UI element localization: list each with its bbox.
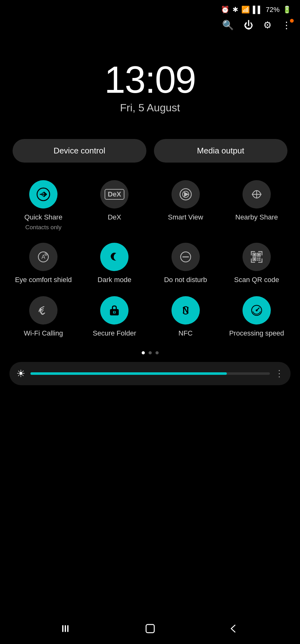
back-button[interactable] bbox=[228, 623, 239, 636]
device-media-row: Device control Media output bbox=[0, 120, 300, 172]
tile-wifi-calling[interactable]: Wi-Fi Calling bbox=[9, 291, 77, 342]
quick-settings-grid: Quick Share Contacts only DeX DeX Smart … bbox=[0, 172, 300, 345]
status-icons: ⏰ ✱ 📶 ▌▌ 72% 🔋 bbox=[221, 6, 291, 14]
svg-rect-25 bbox=[114, 312, 115, 313]
svg-rect-18 bbox=[257, 258, 259, 259]
tile-smart-view[interactable]: Smart View bbox=[152, 175, 220, 235]
svg-rect-29 bbox=[62, 625, 63, 632]
brightness-more-button[interactable]: ⋮ bbox=[275, 368, 284, 379]
nfc-label: NFC bbox=[178, 329, 193, 338]
quick-share-icon bbox=[29, 180, 57, 208]
tile-nfc[interactable]: N NFC bbox=[152, 291, 220, 342]
svg-rect-30 bbox=[65, 625, 66, 632]
settings-button[interactable]: ⚙ bbox=[263, 19, 272, 31]
eye-comfort-icon: A bbox=[29, 243, 57, 271]
dot-2 bbox=[149, 351, 152, 354]
do-not-disturb-label: Do not disturb bbox=[164, 275, 207, 285]
wifi-icon: 📶 bbox=[241, 6, 250, 14]
pagination-dots bbox=[0, 345, 300, 358]
alarm-icon: ⏰ bbox=[221, 6, 229, 14]
tile-dark-mode[interactable]: Dark mode bbox=[80, 238, 148, 288]
power-button[interactable]: ⏻ bbox=[244, 20, 253, 31]
svg-rect-16 bbox=[258, 254, 260, 256]
tile-quick-share[interactable]: Quick Share Contacts only bbox=[9, 175, 77, 235]
svg-rect-17 bbox=[254, 258, 255, 260]
dot-1 bbox=[142, 351, 145, 354]
processing-speed-label: Processing speed bbox=[229, 329, 284, 338]
svg-rect-21 bbox=[259, 259, 260, 261]
tile-scan-qr[interactable]: Scan QR code bbox=[223, 238, 291, 288]
battery-level: 72% bbox=[266, 6, 280, 14]
tile-eye-comfort[interactable]: A Eye comfort shield bbox=[9, 238, 77, 288]
svg-point-28 bbox=[256, 309, 258, 311]
svg-rect-20 bbox=[257, 259, 259, 261]
device-control-button[interactable]: Device control bbox=[13, 139, 146, 163]
search-button[interactable]: 🔍 bbox=[222, 19, 234, 31]
brightness-track[interactable] bbox=[30, 372, 270, 375]
home-button[interactable] bbox=[145, 623, 155, 636]
media-output-button[interactable]: Media output bbox=[154, 139, 288, 163]
battery-icon: 🔋 bbox=[283, 6, 291, 14]
tile-nearby-share[interactable]: Nearby Share bbox=[223, 175, 291, 235]
svg-rect-15 bbox=[254, 254, 255, 256]
svg-rect-32 bbox=[146, 625, 154, 633]
nfc-icon: N bbox=[172, 296, 200, 325]
nav-bar bbox=[0, 616, 300, 644]
brightness-fill bbox=[30, 372, 227, 375]
recent-apps-button[interactable] bbox=[62, 623, 72, 636]
clock-time: 13:09 bbox=[0, 61, 300, 98]
tile-do-not-disturb[interactable]: Do not disturb bbox=[152, 238, 220, 288]
wifi-calling-label: Wi-Fi Calling bbox=[24, 329, 63, 338]
nearby-share-icon bbox=[243, 180, 271, 208]
processing-speed-icon bbox=[243, 296, 271, 325]
clock-section: 13:09 Fri, 5 August bbox=[0, 36, 300, 120]
notification-dot bbox=[290, 19, 294, 23]
smart-view-icon bbox=[172, 180, 200, 208]
status-bar: ⏰ ✱ 📶 ▌▌ 72% 🔋 bbox=[0, 0, 300, 16]
secure-folder-label: Secure Folder bbox=[93, 329, 136, 338]
svg-rect-19 bbox=[259, 258, 260, 259]
svg-point-9 bbox=[44, 253, 47, 256]
dex-icon: DeX bbox=[100, 180, 128, 208]
eye-comfort-label: Eye comfort shield bbox=[15, 275, 72, 285]
quick-action-row: 🔍 ⏻ ⚙ ⋮ bbox=[0, 16, 300, 36]
scan-qr-label: Scan QR code bbox=[234, 275, 279, 285]
dark-mode-label: Dark mode bbox=[98, 275, 132, 285]
tile-dex[interactable]: DeX DeX bbox=[80, 175, 148, 235]
wifi-calling-icon bbox=[29, 296, 57, 325]
tile-processing-speed[interactable]: Processing speed bbox=[223, 291, 291, 342]
secure-folder-icon bbox=[100, 296, 128, 325]
nearby-share-label: Nearby Share bbox=[235, 213, 278, 222]
scan-qr-icon bbox=[243, 243, 271, 271]
do-not-disturb-icon bbox=[172, 243, 200, 271]
quick-share-sublabel: Contacts only bbox=[25, 224, 62, 231]
svg-rect-31 bbox=[67, 625, 68, 632]
dex-label: DeX bbox=[108, 213, 121, 222]
brightness-row[interactable]: ☀ ⋮ bbox=[9, 362, 291, 385]
clock-date: Fri, 5 August bbox=[0, 102, 300, 114]
tile-secure-folder[interactable]: Secure Folder bbox=[80, 291, 148, 342]
brightness-icon: ☀ bbox=[16, 368, 25, 380]
smart-view-label: Smart View bbox=[168, 213, 203, 222]
dot-3 bbox=[155, 351, 159, 354]
dark-mode-icon bbox=[100, 243, 128, 271]
signal-icon: ▌▌ bbox=[253, 6, 263, 14]
bluetooth-icon: ✱ bbox=[232, 6, 238, 14]
quick-share-label: Quick Share bbox=[25, 213, 63, 222]
